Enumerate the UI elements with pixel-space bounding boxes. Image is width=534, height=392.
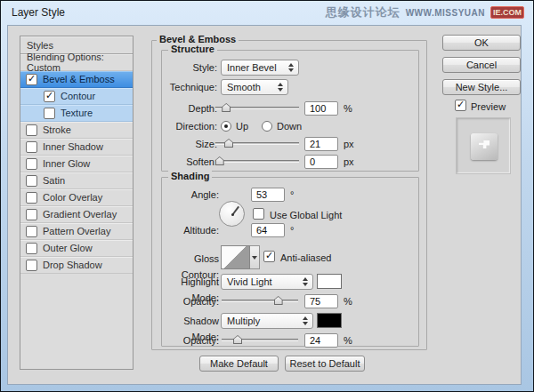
sidebar-item-label: Pattern Overlay [43,226,110,236]
sidebar-item-label: Texture [61,108,93,118]
cancel-button[interactable]: Cancel [442,57,521,73]
sidebar-item-inner-glow[interactable]: Inner Glow [20,156,133,172]
shadow-opacity-thumb[interactable] [233,335,242,344]
anti-aliased-label[interactable]: Anti-aliased [280,252,331,264]
direction-up-label[interactable]: Up [236,118,248,134]
style-enabled-checkbox[interactable] [26,141,37,153]
gloss-contour-thumbnail[interactable] [221,245,250,269]
depth-label: Depth: [162,100,217,116]
shadow-color-swatch[interactable] [317,313,342,328]
shadow-opacity-slider[interactable] [222,333,298,348]
style-enabled-checkbox[interactable] [44,91,55,102]
sidebar-item-drop-shadow[interactable]: Drop Shadow [20,257,133,274]
titlebar[interactable]: Layer Style 思缘设计论坛 www.missyuan ie.com [2,1,532,25]
highlight-color-swatch[interactable] [317,274,342,289]
altitude-input[interactable]: 64 [251,223,285,237]
style-enabled-checkbox[interactable] [26,243,37,254]
highlight-opacity-slider[interactable] [222,294,298,308]
sidebar-item-gradient-overlay[interactable]: Gradient Overlay [20,206,133,223]
soften-input[interactable]: 0 [304,155,338,169]
highlight-mode-select[interactable]: Vivid Light [221,274,313,290]
styles-list: Bevel & Emboss Contour Texture Stroke In… [20,71,133,274]
gloss-contour-dropdown-icon[interactable] [250,245,260,269]
use-global-light-label[interactable]: Use Global Light [270,209,342,221]
reset-to-default-button[interactable]: Reset to Default [285,356,365,372]
depth-input[interactable]: 100 [304,101,338,116]
shadow-opacity-track[interactable] [222,339,298,341]
make-default-button[interactable]: Make Default [199,356,279,372]
technique-row: Technique: Smooth [162,79,418,95]
structure-legend: Structure [168,44,217,54]
style-enabled-checkbox[interactable] [26,158,37,170]
watermark-url-text: www.missyuan [406,8,485,18]
ok-button[interactable]: OK [442,35,521,51]
style-enabled-checkbox[interactable] [26,124,37,136]
technique-select[interactable]: Smooth [221,79,288,95]
style-enabled-checkbox[interactable] [26,192,37,204]
updown-arrows-icon [303,277,308,286]
sidebar-item-outer-glow[interactable]: Outer Glow [20,240,133,257]
style-enabled-checkbox[interactable] [26,260,37,271]
sidebar-item-pattern-overlay[interactable]: Pattern Overlay [20,223,133,240]
angle-row: Angle: 53 ° [162,187,418,203]
soften-slider-thumb[interactable] [215,156,224,165]
gloss-contour-picker[interactable] [221,245,260,269]
style-enabled-checkbox[interactable] [44,108,55,119]
updown-arrows-icon [288,63,294,72]
anti-aliased-checkbox[interactable] [263,251,275,262]
window-title: Layer Style [12,6,65,19]
layer-style-window: Layer Style 思缘设计论坛 www.missyuan ie.com S… [0,0,534,392]
soften-slider-track[interactable] [215,160,299,163]
highlight-mode-value: Vivid Light [227,276,272,287]
direction-down-radio[interactable] [262,121,272,132]
shadow-mode-row: Shadow Mode: Multiply [162,313,418,329]
size-unit: px [344,136,354,152]
watermark: 思缘设计论坛 www.missyuan ie.com [326,4,524,20]
size-slider-thumb[interactable] [224,139,233,148]
watermark-chinese-text: 思缘设计论坛 [326,4,400,20]
shadow-mode-select[interactable]: Multiply [221,313,313,329]
sidebar-item-color-overlay[interactable]: Color Overlay [20,189,133,206]
use-global-light-checkbox[interactable] [253,208,264,220]
highlight-opacity-track[interactable] [222,300,298,302]
shadow-opacity-input[interactable]: 24 [304,333,338,348]
direction-up-radio[interactable] [221,121,231,132]
new-style-button[interactable]: New Style... [442,79,521,95]
soften-slider[interactable] [215,155,299,169]
highlight-opacity-input[interactable]: 75 [304,294,338,308]
depth-row: Depth: 100 % [162,100,418,116]
style-select[interactable]: Inner Bevel [221,60,299,76]
soften-unit: px [344,154,354,170]
sidebar-item-bevel-emboss[interactable]: Bevel & Emboss [20,71,133,88]
preview-label[interactable]: Preview [471,100,506,113]
updown-arrows-icon [303,316,308,325]
angle-input[interactable]: 53 [251,188,285,202]
shadow-opacity-label: Opacity: [162,332,219,348]
sidebar-item-label: Inner Shadow [43,141,103,152]
sidebar-item-stroke[interactable]: Stroke [20,122,133,139]
angle-dial-center [231,213,234,216]
sidebar-item-blending-options[interactable]: Blending Options: Custom [20,54,133,71]
sidebar-item-inner-shadow[interactable]: Inner Shadow [20,139,133,156]
style-enabled-checkbox[interactable] [26,175,37,187]
style-enabled-checkbox[interactable] [26,74,37,85]
depth-slider[interactable] [215,101,299,116]
sidebar-item-texture[interactable]: Texture [20,105,133,122]
highlight-opacity-label: Opacity: [162,293,219,309]
altitude-label: Altitude: [162,222,219,238]
preview-checkbox[interactable] [455,100,466,111]
direction-down-label[interactable]: Down [277,118,302,134]
style-preview-well [456,117,511,174]
depth-slider-thumb[interactable] [222,103,231,112]
style-enabled-checkbox[interactable] [26,209,37,220]
size-slider[interactable] [215,137,299,151]
updown-arrows-icon [278,83,283,92]
size-input[interactable]: 21 [304,137,338,151]
style-label: Style: [162,60,217,76]
soften-label: Soften: [162,154,217,170]
altitude-unit: ° [290,222,294,238]
sidebar-item-contour[interactable]: Contour [20,88,133,105]
style-enabled-checkbox[interactable] [26,226,37,237]
highlight-opacity-thumb[interactable] [274,296,283,305]
sidebar-item-satin[interactable]: Satin [20,172,133,189]
